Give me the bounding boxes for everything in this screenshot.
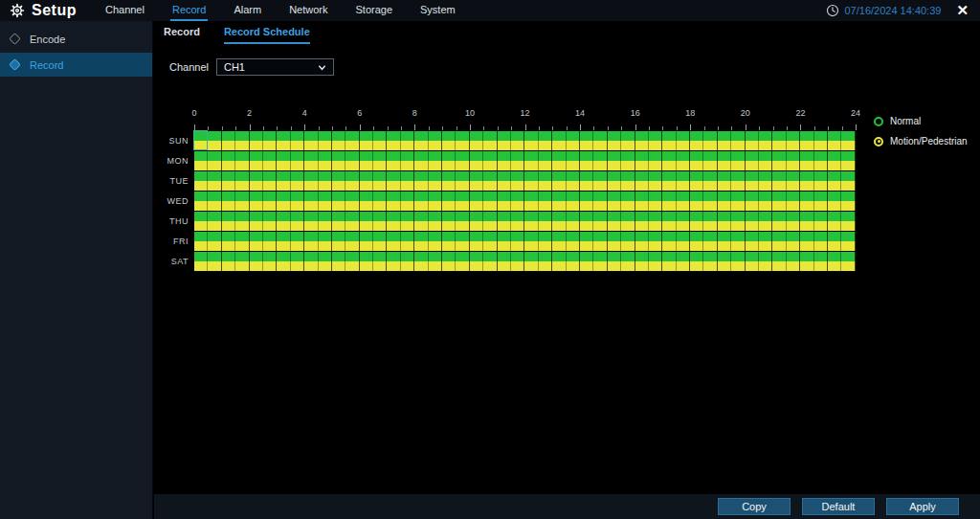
schedule-cell[interactable] — [690, 261, 703, 271]
schedule-cell[interactable] — [414, 232, 428, 241]
schedule-cell[interactable] — [250, 221, 263, 231]
schedule-cell[interactable] — [524, 261, 538, 271]
schedule-cell[interactable] — [772, 252, 786, 261]
schedule-cell[interactable] — [483, 252, 497, 261]
schedule-cell[interactable] — [304, 201, 318, 211]
schedule-cell[interactable] — [442, 141, 456, 150]
schedule-cell[interactable] — [291, 252, 304, 261]
schedule-cell[interactable] — [703, 252, 717, 261]
schedule-cell[interactable] — [511, 161, 524, 170]
schedule-cell[interactable] — [319, 261, 332, 271]
schedule-cell[interactable] — [194, 192, 208, 201]
schedule-cell[interactable] — [277, 192, 290, 201]
schedule-cell[interactable] — [787, 161, 800, 170]
schedule-cell[interactable] — [524, 171, 538, 181]
schedule-cell[interactable] — [250, 212, 263, 221]
schedule-cell[interactable] — [483, 221, 497, 231]
schedule-cell[interactable] — [263, 141, 277, 150]
schedule-cell[interactable] — [222, 212, 235, 221]
schedule-cell[interactable] — [731, 131, 745, 141]
schedule-cell[interactable] — [304, 212, 318, 221]
schedule-cell[interactable] — [718, 241, 731, 251]
schedule-cell[interactable] — [662, 212, 676, 221]
schedule-cell[interactable] — [208, 131, 221, 141]
schedule-cell[interactable] — [621, 221, 635, 231]
copy-button[interactable]: Copy — [718, 498, 791, 515]
schedule-cell[interactable] — [759, 221, 772, 231]
schedule-cell[interactable] — [524, 161, 538, 170]
schedule-cell[interactable] — [498, 192, 511, 201]
schedule-cell[interactable] — [608, 181, 621, 191]
schedule-cell[interactable] — [814, 232, 828, 241]
schedule-cell[interactable] — [498, 151, 511, 161]
schedule-cell[interactable] — [635, 161, 649, 170]
schedule-cell[interactable] — [593, 171, 607, 181]
schedule-cell[interactable] — [841, 171, 855, 181]
schedule-cell[interactable] — [429, 171, 442, 181]
schedule-cell[interactable] — [841, 192, 855, 201]
schedule-cell[interactable] — [511, 192, 524, 201]
schedule-cell[interactable] — [222, 151, 235, 161]
schedule-cell[interactable] — [772, 192, 786, 201]
schedule-cell[interactable] — [841, 221, 855, 231]
schedule-cell[interactable] — [759, 241, 772, 251]
schedule-cell[interactable] — [498, 181, 511, 191]
schedule-cell[interactable] — [429, 261, 442, 271]
schedule-cell[interactable] — [470, 201, 483, 211]
schedule-cell[interactable] — [677, 141, 690, 150]
schedule-cell[interactable] — [828, 131, 841, 141]
schedule-cell[interactable] — [263, 131, 277, 141]
schedule-cell[interactable] — [662, 201, 676, 211]
schedule-cell[interactable] — [621, 232, 635, 241]
schedule-cell[interactable] — [662, 232, 676, 241]
schedule-cell[interactable] — [814, 241, 828, 251]
schedule-cell[interactable] — [841, 141, 855, 150]
schedule-cell[interactable] — [483, 201, 497, 211]
schedule-cell[interactable] — [456, 212, 469, 221]
schedule-cell[interactable] — [373, 201, 387, 211]
schedule-cell[interactable] — [456, 131, 469, 141]
schedule-cell[interactable] — [483, 141, 497, 150]
schedule-cell[interactable] — [319, 212, 332, 221]
schedule-cell[interactable] — [319, 151, 332, 161]
schedule-cell[interactable] — [414, 181, 428, 191]
schedule-cell[interactable] — [511, 151, 524, 161]
schedule-cell[interactable] — [360, 161, 373, 170]
schedule-cell[interactable] — [194, 151, 208, 161]
schedule-cell[interactable] — [194, 221, 208, 231]
schedule-cell[interactable] — [677, 171, 690, 181]
schedule-cell[interactable] — [208, 151, 221, 161]
schedule-cell[interactable] — [677, 181, 690, 191]
schedule-cell[interactable] — [703, 192, 717, 201]
schedule-cell[interactable] — [387, 212, 400, 221]
schedule-cell[interactable] — [483, 161, 497, 170]
schedule-cell[interactable] — [539, 181, 552, 191]
schedule-cell[interactable] — [345, 131, 359, 141]
schedule-cell[interactable] — [662, 141, 676, 150]
schedule-cell[interactable] — [456, 151, 469, 161]
schedule-cell[interactable] — [373, 221, 387, 231]
schedule-cell[interactable] — [649, 192, 662, 201]
schedule-cell[interactable] — [291, 221, 304, 231]
schedule-cell[interactable] — [498, 241, 511, 251]
schedule-cell[interactable] — [677, 232, 690, 241]
schedule-cell[interactable] — [291, 131, 304, 141]
schedule-cell[interactable] — [703, 181, 717, 191]
schedule-cell[interactable] — [787, 201, 800, 211]
schedule-cell[interactable] — [304, 161, 318, 170]
schedule-cell[interactable] — [277, 252, 290, 261]
schedule-cell[interactable] — [291, 181, 304, 191]
schedule-cell[interactable] — [360, 252, 373, 261]
schedule-cell[interactable] — [208, 212, 221, 221]
schedule-cell[interactable] — [593, 141, 607, 150]
schedule-cell[interactable] — [703, 171, 717, 181]
schedule-cell[interactable] — [580, 181, 593, 191]
schedule-cell[interactable] — [470, 252, 483, 261]
schedule-cell[interactable] — [649, 232, 662, 241]
schedule-cell[interactable] — [345, 161, 359, 170]
schedule-cell[interactable] — [621, 192, 635, 201]
schedule-cell[interactable] — [759, 141, 772, 150]
schedule-cell[interactable] — [498, 232, 511, 241]
schedule-cell[interactable] — [772, 151, 786, 161]
schedule-cell[interactable] — [483, 192, 497, 201]
